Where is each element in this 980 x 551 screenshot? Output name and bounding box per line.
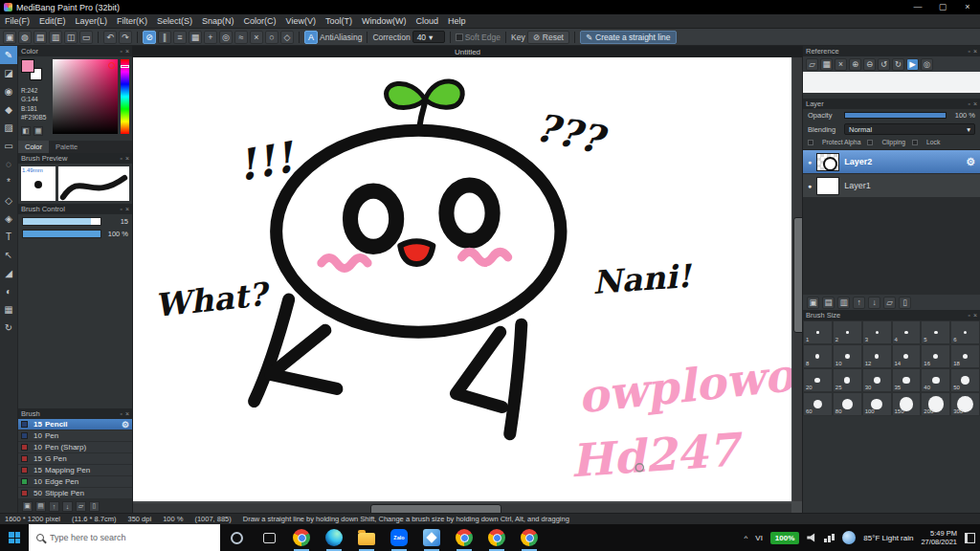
blending-dropdown[interactable]: Normal ▾ xyxy=(844,123,975,135)
menu-window[interactable]: Window(W) xyxy=(357,14,412,29)
brush-folder-icon[interactable]: ▱ xyxy=(76,501,86,512)
close-panel-icon[interactable]: × xyxy=(125,155,129,162)
brush-item-pen-sharp[interactable]: 10 Pen (Sharp) xyxy=(18,442,132,453)
cortana-button[interactable] xyxy=(220,524,253,551)
snap-parallel-icon[interactable]: ∥ xyxy=(158,31,171,44)
float-panel-icon[interactable]: ▫ xyxy=(120,155,122,162)
brush-size-cell[interactable]: 50 xyxy=(950,368,980,392)
clear-reference-icon[interactable]: × xyxy=(835,58,847,71)
layer-row-layer1[interactable]: ● Layer1 xyxy=(803,174,980,198)
float-panel-icon[interactable]: ▫ xyxy=(120,48,122,55)
weather-text[interactable]: 85°F Light rain xyxy=(863,534,913,542)
menu-layer[interactable]: Layer(L) xyxy=(71,14,113,29)
add-brush-icon[interactable]: ▣ xyxy=(22,501,33,512)
layer-up-icon[interactable]: ↑ xyxy=(853,297,865,309)
select-eraser-tool[interactable]: ◈ xyxy=(0,209,17,228)
float-panel-icon[interactable]: ▫ xyxy=(968,48,969,55)
hue-marker[interactable] xyxy=(121,65,129,68)
tab-color[interactable]: Color xyxy=(18,141,49,153)
snap-concentric-icon[interactable]: ◎ xyxy=(219,31,233,44)
tab-palette[interactable]: Palette xyxy=(49,141,84,153)
battery-indicator[interactable]: 100% xyxy=(770,532,799,544)
chrome-profile2-button[interactable] xyxy=(448,524,480,551)
add-folder-icon[interactable]: ▤ xyxy=(822,297,835,309)
menu-tool[interactable]: Tool(T) xyxy=(321,14,357,29)
foreground-color-swatch[interactable] xyxy=(21,59,34,73)
canvas-horizontal-scrollbar[interactable] xyxy=(133,503,791,513)
zoom-out-icon[interactable]: ⊖ xyxy=(863,58,876,71)
snap-horizontal-icon[interactable]: ≡ xyxy=(173,31,187,44)
sv-marker[interactable] xyxy=(108,62,115,69)
brush-size-cell[interactable]: 4 xyxy=(892,320,922,344)
magic-wand-tool[interactable]: * xyxy=(0,173,17,191)
text-tool[interactable]: T xyxy=(0,228,17,246)
brush-size-cell[interactable]: 1 xyxy=(803,320,833,344)
brush-size-cell[interactable]: 60 xyxy=(803,392,833,416)
color-target-icon[interactable]: ◎ xyxy=(921,58,933,71)
menu-view[interactable]: View(V) xyxy=(281,14,321,29)
close-panel-icon[interactable]: × xyxy=(125,206,129,212)
brush-item-stipple-pen[interactable]: 50 Stipple Pen xyxy=(18,488,132,499)
clipping-checkbox[interactable] xyxy=(867,140,873,145)
snap-vanishing-icon[interactable]: × xyxy=(250,31,263,44)
brush-tool[interactable]: ✎ xyxy=(0,46,17,64)
eraser-tool[interactable]: ◪ xyxy=(0,64,17,82)
chrome-profile4-button[interactable] xyxy=(513,524,546,551)
open-reference-icon[interactable]: ▱ xyxy=(806,58,818,71)
pointer-icon[interactable]: ▶ xyxy=(906,58,919,71)
menu-edit[interactable]: Edit(E) xyxy=(34,14,71,29)
color-swatches[interactable] xyxy=(21,59,44,82)
action-center-icon[interactable] xyxy=(965,533,975,543)
brush-size-cell[interactable]: 18 xyxy=(950,344,980,368)
brush-size-cell[interactable]: 35 xyxy=(892,368,922,392)
visibility-icon[interactable]: ● xyxy=(808,183,812,189)
merge-layer-icon[interactable]: ▱ xyxy=(883,297,896,309)
maximize-button[interactable]: ▢ xyxy=(930,0,955,14)
color-history-icon[interactable]: ◍ xyxy=(18,31,32,44)
brush-down-icon[interactable]: ↓ xyxy=(62,501,73,512)
snap-off-icon[interactable]: ⊘ xyxy=(143,31,156,44)
language-indicator[interactable]: VI xyxy=(755,534,763,542)
float-panel-icon[interactable]: ▫ xyxy=(968,100,969,107)
menu-help[interactable]: Help xyxy=(443,14,471,29)
brush-size-cell[interactable]: 5 xyxy=(921,320,950,344)
canvas-window-icon[interactable]: ▣ xyxy=(3,31,16,44)
snap-curve-icon[interactable]: ≈ xyxy=(234,31,248,44)
minimize-button[interactable]: — xyxy=(905,0,930,14)
float-panel-icon[interactable]: ▫ xyxy=(120,410,122,417)
float-panel-icon[interactable]: ▫ xyxy=(968,312,969,319)
brush-size-cell[interactable]: 8 xyxy=(803,344,833,368)
rotate-left-icon[interactable]: ↺ xyxy=(878,58,890,71)
straight-line-button[interactable]: ✎ Create a straight line xyxy=(580,31,677,44)
task-view-button[interactable] xyxy=(253,524,285,551)
gear-icon[interactable]: ⚙ xyxy=(966,156,975,168)
delete-brush-icon[interactable]: ▯ xyxy=(89,501,100,512)
brush-size-cell[interactable]: 16 xyxy=(921,344,950,368)
brush-size-cell[interactable]: 6 xyxy=(950,320,980,344)
hand-tool[interactable]: ◐ xyxy=(0,282,17,300)
photos-button[interactable] xyxy=(415,524,448,551)
rotate-right-icon[interactable]: ↻ xyxy=(892,58,904,71)
brush-size-cell[interactable]: 14 xyxy=(892,344,922,368)
chrome-button[interactable] xyxy=(285,524,318,551)
snap-radial-icon[interactable]: ◇ xyxy=(280,31,294,44)
canvas-vertical-scrollbar[interactable] xyxy=(792,57,802,501)
hue-slider[interactable] xyxy=(121,59,129,134)
brush-up-icon[interactable]: ↑ xyxy=(49,501,59,512)
blur-tool[interactable]: ◉ xyxy=(0,82,17,100)
gradient-tool[interactable]: ▨ xyxy=(0,119,17,137)
float-panel-icon[interactable]: ▫ xyxy=(120,206,122,212)
drawing-canvas[interactable]: !!! ??? What? Nani! owplowo Hd247 xyxy=(133,57,791,501)
close-panel-icon[interactable]: × xyxy=(973,48,977,55)
snap-grid-icon[interactable]: ▦ xyxy=(189,31,202,44)
palette-window-icon[interactable]: ▥ xyxy=(49,31,62,44)
eyedropper-tool[interactable]: ◢ xyxy=(0,264,17,282)
reference-preview[interactable] xyxy=(803,72,980,93)
brush-size-cell[interactable]: 12 xyxy=(862,344,892,368)
clock[interactable]: 5:49 PM 27/08/2021 xyxy=(921,529,957,547)
undo-icon[interactable]: ↶ xyxy=(103,31,117,44)
brush-size-cell[interactable]: 30 xyxy=(862,368,892,392)
brush-item-mapping-pen[interactable]: 15 Mapping Pen xyxy=(18,465,132,476)
brush-item-pencil[interactable]: 15 Pencil ⚙ xyxy=(18,419,132,430)
brush-size-cell[interactable]: 200 xyxy=(921,392,950,416)
